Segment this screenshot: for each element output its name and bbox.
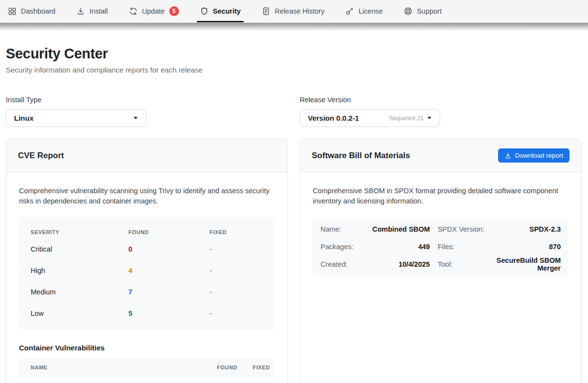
sbom-detail-value: SPDX-2.3 bbox=[492, 220, 561, 238]
severity-row-low: Low 5 - bbox=[31, 303, 263, 324]
container-vulnerabilities-table-body bbox=[19, 377, 275, 383]
download-report-label: Download report bbox=[515, 152, 563, 159]
release-version-label: Release Version bbox=[300, 96, 582, 104]
severity-table-header: SEVERITY FOUND FIXED bbox=[31, 226, 263, 238]
found-count: 4 bbox=[128, 267, 210, 274]
fixed-count: - bbox=[210, 267, 263, 274]
sbom-header: Software Bill of Materials Download repo… bbox=[300, 139, 581, 172]
sbom-detail-value: 449 bbox=[361, 238, 430, 255]
nav-label: Release History bbox=[275, 7, 324, 15]
col-severity: SEVERITY bbox=[31, 229, 128, 235]
sbom-detail-value: 10/4/2025 bbox=[361, 255, 430, 273]
severity-row-medium: Medium 7 - bbox=[31, 281, 263, 303]
col-found: FOUND bbox=[128, 229, 210, 235]
sbom-detail-value: SecureBuild SBOM Merger bbox=[492, 255, 561, 273]
key-icon bbox=[345, 7, 354, 16]
nav-label: Update bbox=[142, 7, 165, 15]
nav-label: Dashboard bbox=[21, 7, 55, 15]
cve-report-description: Comprehensive vulnerability scanning usi… bbox=[19, 186, 275, 206]
document-icon bbox=[262, 7, 270, 16]
fixed-count: - bbox=[210, 245, 263, 253]
release-version-select[interactable]: Version 0.0.2-1 Sequence 21 bbox=[300, 109, 440, 127]
col-fixed: FIXED bbox=[237, 365, 270, 370]
nav-item-support[interactable]: Support bbox=[401, 0, 445, 22]
severity-name: High bbox=[31, 267, 128, 274]
sbom-details: Name: Combined SBOM SPDX Version: SPDX-2… bbox=[313, 218, 569, 275]
nav-label: Install bbox=[89, 7, 108, 15]
nav-item-install[interactable]: Install bbox=[73, 0, 111, 22]
cve-report-header: CVE Report bbox=[6, 139, 287, 172]
cve-report-card: CVE Report Comprehensive vulnerability s… bbox=[6, 139, 288, 383]
filters-row: Install Type Linux Release Version Versi… bbox=[6, 96, 582, 127]
container-vulnerabilities-title: Container Vulnerabilities bbox=[19, 344, 275, 352]
sbom-detail-value: 870 bbox=[492, 238, 561, 255]
col-found: FOUND bbox=[204, 365, 237, 370]
nav-bar: Dashboard Install Update 5 Security Rele… bbox=[0, 0, 588, 23]
main-content: Security Center Security information and… bbox=[0, 31, 588, 383]
sbom-detail-label: Packages: bbox=[321, 238, 354, 255]
download-report-button[interactable]: Download report bbox=[498, 148, 570, 163]
severity-name: Critical bbox=[31, 245, 128, 253]
sbom-detail-label: Name: bbox=[321, 220, 354, 238]
nav-item-license[interactable]: License bbox=[342, 0, 386, 22]
fixed-count: - bbox=[210, 310, 263, 317]
found-count: 5 bbox=[128, 310, 210, 317]
nav-shadow bbox=[0, 23, 588, 31]
update-count-badge: 5 bbox=[169, 6, 179, 16]
severity-table: SEVERITY FOUND FIXED Critical 0 - High 4… bbox=[19, 217, 275, 330]
cards-row: CVE Report Comprehensive vulnerability s… bbox=[6, 139, 582, 383]
download-icon bbox=[76, 7, 85, 16]
sbom-card: Software Bill of Materials Download repo… bbox=[300, 139, 582, 383]
found-count: 0 bbox=[128, 245, 210, 253]
col-fixed: FIXED bbox=[210, 229, 263, 235]
severity-name: Low bbox=[31, 310, 128, 317]
sequence-badge: Sequence 21 bbox=[389, 115, 424, 122]
nav-item-security[interactable]: Security bbox=[197, 0, 244, 22]
sbom-detail-label: Created: bbox=[321, 255, 354, 273]
severity-row-high: High 4 - bbox=[31, 260, 263, 281]
found-count: 7 bbox=[128, 288, 210, 296]
install-type-select[interactable]: Linux bbox=[6, 109, 146, 127]
page-subtitle: Security information and compliance repo… bbox=[6, 66, 582, 74]
container-vulnerabilities-table-header: NAME FOUND FIXED bbox=[19, 358, 275, 377]
severity-row-critical: Critical 0 - bbox=[31, 238, 263, 260]
nav-label: License bbox=[358, 7, 383, 15]
caret-down-icon bbox=[133, 116, 138, 120]
lifebuoy-icon bbox=[404, 7, 412, 16]
severity-name: Medium bbox=[31, 288, 128, 296]
sbom-detail-value: Combined SBOM bbox=[361, 220, 430, 238]
nav-item-release-history[interactable]: Release History bbox=[259, 0, 327, 22]
fixed-count: - bbox=[210, 288, 263, 296]
install-type-label: Install Type bbox=[6, 96, 288, 104]
shield-icon bbox=[200, 7, 209, 16]
sbom-description: Comprehensive SBOM in SPDX format provid… bbox=[313, 186, 569, 206]
sbom-detail-label: SPDX Version: bbox=[438, 220, 484, 238]
release-version-value: Version 0.0.2-1 bbox=[308, 114, 389, 122]
download-icon bbox=[504, 152, 512, 159]
refresh-icon bbox=[129, 7, 138, 16]
col-name: NAME bbox=[31, 365, 204, 370]
sbom-detail-label: Files: bbox=[438, 238, 484, 255]
page-title: Security Center bbox=[6, 45, 582, 62]
nav-label: Security bbox=[213, 7, 241, 15]
nav-label: Support bbox=[417, 7, 442, 15]
install-type-value: Linux bbox=[14, 114, 133, 122]
caret-down-icon bbox=[427, 116, 432, 120]
grid-icon bbox=[8, 7, 17, 16]
nav-item-update[interactable]: Update 5 bbox=[126, 0, 182, 22]
nav-item-dashboard[interactable]: Dashboard bbox=[5, 0, 58, 22]
sbom-detail-label: Tool: bbox=[438, 255, 484, 273]
sbom-title: Software Bill of Materials bbox=[312, 151, 410, 161]
cve-report-title: CVE Report bbox=[18, 151, 64, 161]
